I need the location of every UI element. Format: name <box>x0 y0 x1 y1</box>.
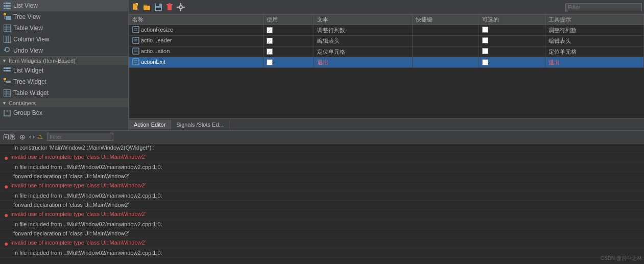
column-view-icon <box>3 35 11 43</box>
problems-filter-input[interactable] <box>47 133 113 141</box>
problem-item[interactable]: ●invalid use of incomplete type 'class U… <box>0 181 644 191</box>
problems-nav-back-btn[interactable]: ‹ <box>29 133 31 140</box>
problems-add-btn[interactable]: ⊕ <box>19 133 26 141</box>
toolbar-save-btn[interactable] <box>153 2 163 12</box>
problem-item[interactable]: forward declaration of 'class Ui::MainWi… <box>0 172 644 181</box>
col-name: 名称 <box>129 15 264 25</box>
table-header-row: 名称 使用 文本 快捷键 可选的 工具提示 <box>129 15 644 25</box>
table-view-icon <box>3 24 11 32</box>
cell-used[interactable]: ✓ <box>264 46 314 57</box>
problem-item[interactable]: forward declaration of 'class Ui::MainWi… <box>0 201 644 210</box>
problem-item[interactable]: ●invalid use of incomplete type 'class U… <box>0 210 644 220</box>
sidebar-item-group-box[interactable]: GB Group Box <box>0 107 128 118</box>
sidebar-item-column-view[interactable]: Column View <box>0 34 128 45</box>
problem-item[interactable]: forward declaration of 'class Ui::MainWi… <box>0 229 644 238</box>
toolbar-delete-btn[interactable] <box>164 2 175 12</box>
sidebar-item-table-view[interactable]: Table View <box>0 22 128 34</box>
problems-nav-fwd-btn[interactable]: › <box>33 133 35 140</box>
svg-rect-9 <box>6 16 11 18</box>
undo-view-icon <box>3 46 11 55</box>
tab-signals-slots[interactable]: Signals /Slots Ed... <box>171 120 229 129</box>
check-checkable[interactable] <box>482 37 488 43</box>
table-widget-icon <box>3 89 11 97</box>
problem-item[interactable]: In file included from ../MultWindow02/ma… <box>0 249 644 258</box>
problem-item[interactable]: In file included from ../MultWindow02/ma… <box>0 191 644 201</box>
info-text: In constructor 'MainWindow2::MainWindow2… <box>13 145 154 151</box>
error-icon: ● <box>4 183 8 190</box>
check-used[interactable]: ✓ <box>267 49 273 55</box>
svg-rect-29 <box>4 89 11 97</box>
table-row[interactable]: actio...eader✓编辑表头编辑表头 <box>129 36 644 46</box>
table-row[interactable]: actionResize✓调整行列数调整行列数 <box>129 25 644 36</box>
cell-used[interactable]: ✓ <box>264 25 314 36</box>
sidebar-label-table-widget: Table Widget <box>13 89 49 97</box>
main-content: 名称 使用 文本 快捷键 可选的 工具提示 actionResize✓调整行列数… <box>129 0 644 130</box>
sidebar: List View Tree View Table View Column Vi… <box>0 0 129 130</box>
sidebar-item-tree-widget[interactable]: Tree Widget <box>0 76 128 87</box>
cell-checkable[interactable] <box>479 25 545 36</box>
cell-name: actio...eader <box>129 36 264 46</box>
problems-warning-btn[interactable]: ⚠ <box>37 133 43 140</box>
svg-rect-17 <box>4 36 11 43</box>
error-text: invalid use of incomplete type 'class Ui… <box>10 182 146 188</box>
cell-name: actionExit <box>129 57 264 68</box>
problem-item[interactable]: ●invalid use of incomplete type 'class U… <box>0 153 644 163</box>
problem-item[interactable]: In file included from ../MultWindow02/ma… <box>0 163 644 172</box>
cell-used[interactable]: ✓ <box>264 57 314 68</box>
cell-name: actionResize <box>129 25 264 36</box>
check-checkable[interactable]: ✓ <box>482 59 488 65</box>
sidebar-item-list-widget[interactable]: List Widget <box>0 65 128 76</box>
svg-rect-40 <box>144 5 147 6</box>
sidebar-item-table-widget[interactable]: Table Widget <box>0 87 128 99</box>
cell-used[interactable]: ✓ <box>264 36 314 46</box>
svg-rect-3 <box>6 5 11 7</box>
arrow-icon: ▼ <box>2 58 7 63</box>
toolbar-new-btn[interactable] <box>131 2 141 12</box>
sidebar-category-item-widgets[interactable]: ▼ Item Widgets (Item-Based) <box>0 56 128 65</box>
svg-rect-22 <box>6 67 11 69</box>
col-text: 文本 <box>314 15 413 25</box>
toolbar-filter-input[interactable] <box>565 3 642 11</box>
sidebar-label-table-view: Table View <box>13 25 43 32</box>
sidebar-item-tree-view[interactable]: Tree View <box>0 11 128 22</box>
cell-checkable[interactable] <box>479 46 545 57</box>
problem-item[interactable]: ●invalid use of incomplete type 'class U… <box>0 238 644 249</box>
check-used[interactable]: ✓ <box>267 59 273 65</box>
svg-rect-25 <box>4 78 6 80</box>
svg-rect-4 <box>4 8 6 9</box>
sidebar-label-tree-widget: Tree Widget <box>13 78 46 85</box>
tab-action-editor[interactable]: Action Editor <box>129 120 171 129</box>
problems-toolbar: ⊕ ‹ › ⚠ <box>19 133 43 141</box>
top-area: List View Tree View Table View Column Vi… <box>0 0 644 130</box>
col-tooltip: 工具提示 <box>545 15 644 25</box>
cell-tooltip: 定位单元格 <box>545 46 644 57</box>
svg-rect-5 <box>6 8 11 9</box>
check-checkable[interactable] <box>482 48 488 54</box>
action-table: 名称 使用 文本 快捷键 可选的 工具提示 actionResize✓调整行列数… <box>129 14 644 118</box>
sidebar-category-containers[interactable]: ▼ Containers <box>0 99 128 107</box>
cell-text: 退出 <box>314 57 413 68</box>
cell-checkable[interactable] <box>479 36 545 46</box>
problems-header: 问题 ⊕ ‹ › ⚠ <box>0 130 644 143</box>
check-checkable[interactable] <box>482 27 488 33</box>
svg-rect-28 <box>6 81 11 83</box>
info-text: forward declaration of 'class Ui::MainWi… <box>13 173 129 179</box>
svg-rect-1 <box>6 3 11 4</box>
sidebar-item-undo-view[interactable]: Undo View <box>0 45 128 56</box>
check-used[interactable]: ✓ <box>267 38 273 44</box>
cell-checkable[interactable]: ✓ <box>479 57 545 68</box>
toolbar-open-btn[interactable] <box>142 2 152 12</box>
sidebar-label-group-box: Group Box <box>13 109 42 116</box>
check-used[interactable]: ✓ <box>267 27 273 33</box>
svg-rect-23 <box>4 70 6 71</box>
problem-item[interactable]: In constructor 'MainWindow2::MainWindow2… <box>0 143 644 153</box>
problem-item[interactable]: In file included from ../MultWindow02/ma… <box>0 220 644 229</box>
table-row[interactable]: actionExit✓退出✓退出 <box>129 57 644 68</box>
toolbar-config-btn[interactable] <box>176 2 186 12</box>
table-row[interactable]: actio...ation✓定位单元格定位单元格 <box>129 46 644 57</box>
error-icon: ● <box>4 240 8 247</box>
cell-shortcut <box>412 46 479 57</box>
svg-rect-50 <box>177 7 179 8</box>
sidebar-item-list-view[interactable]: List View <box>0 0 128 11</box>
info-text: forward declaration of 'class Ui::MainWi… <box>13 230 129 236</box>
